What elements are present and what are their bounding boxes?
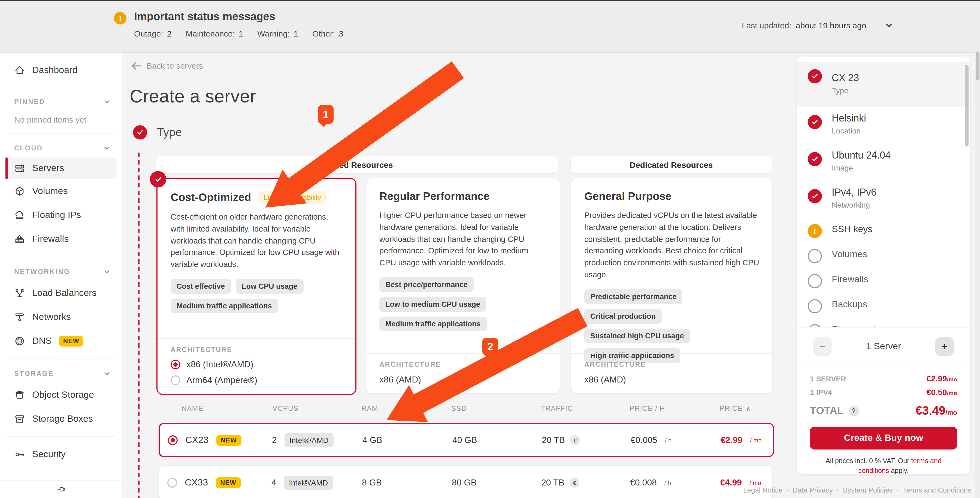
pin-sidebar-button[interactable] [0,480,121,498]
summary-step-type[interactable]: CX 23 Type [797,62,970,107]
tab-shared-resources[interactable]: Shared Resources [156,156,558,173]
create-server-page: ! Important status messages Outage:2 Mai… [0,0,980,498]
tab-dedicated-resources[interactable]: Dedicated Resources [571,156,772,173]
step-progress-line [138,153,140,498]
card-cost-optimized[interactable]: Cost-Optimized Limited availability Cost… [156,178,356,395]
card-description: Cost-efficient on older hardware generat… [170,212,342,271]
panel-scrollbar[interactable] [965,65,969,146]
summary-step-ssh-keys[interactable]: ! SSH keys [797,218,970,243]
step-todo-icon [808,299,822,313]
separator: · [786,486,789,494]
sidebar-item-dns[interactable]: DNS NEW [0,329,121,353]
warning-count: Warning:1 [257,29,298,38]
sidebar-item-volumes[interactable]: Volumes [0,179,121,203]
increase-server-count-button[interactable]: + [935,337,954,356]
globe-icon [14,336,25,347]
plan-traffic: 20 TB€ [542,435,580,445]
sidebar-item-storage-boxes[interactable]: Storage Boxes [0,407,121,431]
sidebar-item-firewalls[interactable]: Firewalls [0,227,121,251]
summary-step-networking[interactable]: IPv4, IPv6 Networking [797,181,970,218]
network-icon [14,312,25,323]
other-count: Other:3 [312,29,344,38]
system-policies-link[interactable]: System Policies [843,486,893,494]
sidebar-item-label: Load Balancers [32,288,97,299]
pin-icon [56,484,66,494]
status-banner-title: Important status messages [134,10,344,23]
data-privacy-link[interactable]: Data Privacy [792,486,832,494]
sidebar-section-cloud[interactable]: CLOUD [0,139,121,158]
page-title: Create a server [130,86,256,107]
archive-box-icon [14,414,25,425]
config-checklist: CX 23 Type Helsinki Location Ubuntu 24.0… [797,57,970,327]
plan-row-cx33[interactable]: CX33 NEW 4 Intel®/AMD 8 GB 80 GB 20 TB€ … [159,465,773,498]
window-scrollbar-thumb[interactable] [976,52,980,80]
decrease-server-count-button[interactable]: − [813,337,832,356]
plan-row-cx23[interactable]: CX23 NEW 2 Intel®/AMD 4 GB 40 GB 20 TB€ … [159,423,774,457]
annotation-badge-1: 1 [318,105,334,124]
tag: Medium traffic applications [379,317,487,331]
sidebar-item-floating-ips[interactable]: Floating IPs [0,203,121,227]
limited-availability-badge: Limited availability [258,191,327,204]
card-general-purpose[interactable]: General Purpose Provides dedicated vCPUs… [571,178,773,394]
architecture-value: x86 (AMD) [584,375,759,385]
sidebar-item-label: Security [32,449,66,460]
sidebar-section-storage[interactable]: STORAGE [0,364,121,383]
plan-price-hour: €0.008/ h [630,478,671,488]
sidebar-item-dashboard[interactable]: Dashboard [0,59,121,81]
summary-step-firewalls[interactable]: Firewalls [797,269,970,294]
summary-step-volumes[interactable]: Volumes [797,243,970,269]
key-icon [14,449,25,460]
sidebar-item-security[interactable]: Security [0,442,121,466]
firewall-icon [14,234,25,245]
outage-count: Outage:2 [134,29,172,38]
column-header-ssd: SSD [451,404,467,412]
sidebar-item-label: Storage Boxes [32,414,93,425]
window-top-edge [0,0,980,1]
radio-arm64[interactable]: Arm64 (Ampere®) [170,375,342,385]
window-scrollbar[interactable] [975,0,980,498]
vat-fine-print: All prices incl. 0 % VAT. Our terms and … [810,456,957,476]
summary-step-image[interactable]: Ubuntu 24.04 Image [797,145,970,181]
bucket-icon [14,390,25,401]
sidebar-item-networks[interactable]: Networks [0,305,121,329]
plan-ssd: 80 GB [452,478,477,488]
divider [6,358,115,359]
column-header-price-h: PRICE / H [630,404,665,412]
help-icon[interactable]: ? [848,406,859,416]
cloud-icon [14,210,25,221]
plan-radio[interactable] [168,435,178,445]
tag: Critical production [584,309,662,323]
create-buy-now-button[interactable]: Create & Buy now [810,426,957,450]
radio-x86[interactable]: x86 (Intel®/AMD) [170,360,342,369]
summary-step-backups[interactable]: Backups [797,294,970,319]
sidebar-item-label: Floating IPs [32,210,81,221]
sort-asc-icon: ∧ [746,406,751,412]
last-updated-dropdown[interactable]: Last updated: about 19 hours ago [742,21,893,30]
chevron-down-icon [103,145,111,152]
architecture-label: ARCHITECTURE [379,361,547,368]
plan-ram: 4 GB [363,435,382,445]
footer-links: Legal Notice · Data Privacy · System Pol… [743,486,971,494]
architecture-label: ARCHITECTURE [584,361,759,368]
sidebar-section-networking[interactable]: NETWORKING [0,263,121,281]
legal-notice-link[interactable]: Legal Notice [743,486,783,494]
column-header-price-sort[interactable]: PRICE∧ [719,404,751,412]
architecture-label: ARCHITECTURE [170,346,342,353]
status-counts: Outage:2 Maintenance:1 Warning:1 Other:3 [134,29,344,38]
sidebar-item-object-storage[interactable]: Object Storage [0,383,121,407]
sidebar-item-label: DNS [32,336,52,347]
summary-step-location[interactable]: Helsinki Location [797,107,970,145]
sidebar-item-load-balancers[interactable]: Load Balancers [0,281,121,305]
summary-step-placement-groups[interactable]: Placement groups [797,319,970,327]
sidebar-section-pinned[interactable]: PINNED [0,92,121,111]
plan-radio[interactable] [167,478,177,488]
selected-check-icon [150,171,166,188]
terms-conditions-link[interactable]: Terms and Conditions [903,486,971,494]
sidebar-item-servers[interactable]: Servers [5,158,117,179]
card-regular-performance[interactable]: Regular Performance Higher CPU performan… [366,178,560,394]
server-count-value: 1 Server [866,341,901,352]
card-title: Cost-Optimized [170,191,251,204]
tag: Best price/performance [379,277,474,292]
back-to-servers-link[interactable]: Back to servers [132,61,203,70]
plan-name: CX23 [185,434,208,445]
